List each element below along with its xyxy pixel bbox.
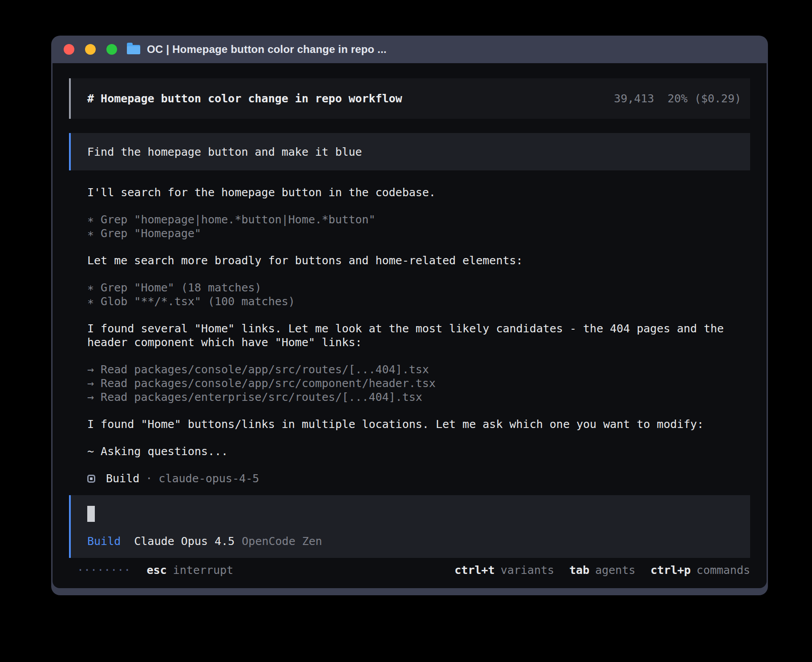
zoom-button[interactable] [106, 44, 117, 55]
shortcut-label: variants [500, 563, 554, 577]
shortcut-agents: tab agents [569, 563, 635, 577]
window-title: OC | Homepage button color change in rep… [147, 43, 386, 56]
tool-call-grep: ∗ Grep "Home" (18 matches) [87, 281, 750, 295]
tool-call-group: → Read packages/console/app/src/routes/[… [87, 363, 750, 404]
tool-call-grep: ∗ Grep "Homepage" [87, 226, 750, 240]
window-title-group: OC | Homepage button color change in rep… [127, 43, 386, 56]
input-model-label: Claude Opus 4.5 [134, 535, 235, 548]
folder-icon [127, 45, 140, 54]
tool-call-read: → Read packages/console/app/src/routes/[… [87, 363, 750, 376]
tool-call-group: ∗ Grep "homepage|home.*button|Home.*butt… [87, 213, 750, 240]
shortcut-key: tab [569, 563, 589, 577]
agent-name: Build [106, 472, 139, 485]
conversation-transcript: I'll search for the homepage button in t… [69, 186, 750, 485]
shortcut-label: commands [697, 563, 750, 577]
shortcut-label: agents [595, 563, 635, 577]
assistant-message: Let me search more broadly for buttons a… [87, 254, 750, 267]
token-count: 39,413 [614, 92, 654, 105]
agent-model: claude-opus-4-5 [158, 472, 259, 485]
user-message: Find the homepage button and make it blu… [69, 133, 750, 170]
minimize-button[interactable] [85, 44, 96, 55]
assistant-message: I found "Home" buttons/links in multiple… [87, 417, 750, 431]
shortcut-key: ctrl+p [650, 563, 690, 577]
tool-call-read: → Read packages/console/app/src/componen… [87, 376, 750, 390]
esc-key-hint: esc [146, 563, 166, 577]
esc-key-label: interrupt [173, 563, 233, 577]
input-meta: BuildClaude Opus 4.5OpenCode Zen [87, 534, 734, 548]
status-bar: ········ esc interrupt ctrl+t variants t… [69, 563, 750, 577]
traffic-lights [64, 44, 117, 55]
text-cursor [87, 506, 95, 522]
session-stats: 39,413 20% ($0.29) [614, 92, 741, 105]
agent-icon [87, 475, 95, 483]
session-header: # Homepage button color change in repo w… [69, 78, 750, 119]
close-button[interactable] [64, 44, 74, 55]
user-message-text: Find the homepage button and make it blu… [87, 145, 362, 159]
input-mode-label: Build [87, 535, 121, 548]
shortcut-variants: ctrl+t variants [455, 563, 554, 577]
shortcut-key: ctrl+t [455, 563, 495, 577]
status-bar-left: ········ esc interrupt [77, 563, 233, 577]
shortcut-commands: ctrl+p commands [650, 563, 750, 577]
window-titlebar: OC | Homepage button color change in rep… [51, 36, 768, 63]
terminal-content: # Homepage button color change in repo w… [53, 63, 767, 588]
agent-separator: · [146, 472, 152, 485]
status-bar-right: ctrl+t variants tab agents ctrl+p comman… [455, 563, 750, 577]
context-cost: 20% ($0.29) [667, 92, 741, 105]
status-asking-questions: ~ Asking questions... [87, 444, 750, 458]
tool-call-group: ∗ Grep "Home" (18 matches) ∗ Glob "**/*.… [87, 281, 750, 308]
assistant-message: I'll search for the homepage button in t… [87, 186, 750, 199]
tool-call-read: → Read packages/enterprise/src/routes/[.… [87, 390, 750, 404]
agent-status-line: Build · claude-opus-4-5 [87, 472, 750, 485]
tool-call-grep: ∗ Grep "homepage|home.*button|Home.*butt… [87, 213, 750, 226]
terminal-window: OC | Homepage button color change in rep… [51, 36, 768, 595]
session-title: # Homepage button color change in repo w… [87, 92, 402, 105]
assistant-message: I found several "Home" links. Let me loo… [87, 322, 750, 349]
input-provider-label: OpenCode Zen [242, 535, 322, 548]
tool-call-glob: ∗ Glob "**/*.tsx" (100 matches) [87, 295, 750, 308]
spinner-icon: ········ [77, 563, 130, 577]
prompt-input[interactable]: BuildClaude Opus 4.5OpenCode Zen [69, 495, 750, 558]
